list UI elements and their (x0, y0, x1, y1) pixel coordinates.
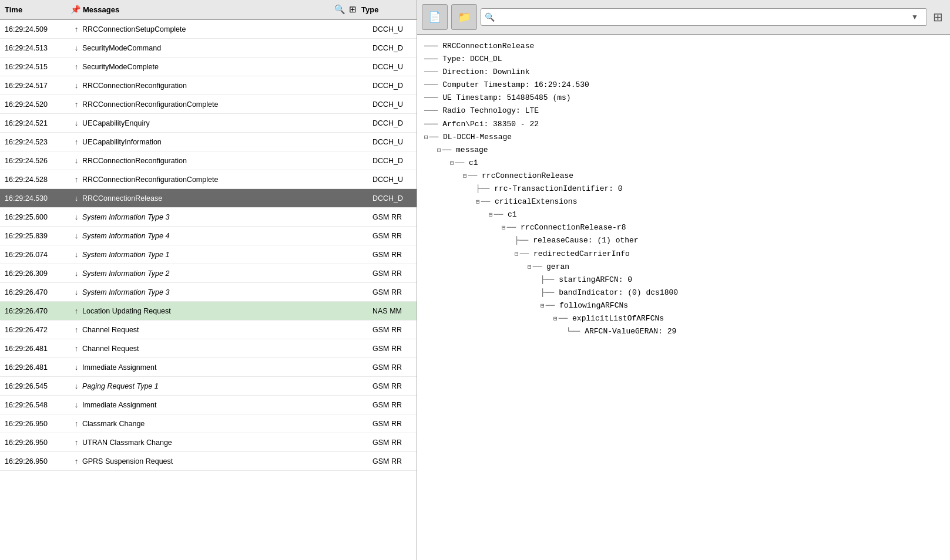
table-row[interactable]: 16:29:26.481Immediate AssignmentGSM RR (0, 358, 417, 377)
tree-collapse-icon[interactable]: ⊟ (424, 134, 428, 141)
row-type: GSM RR (372, 345, 417, 353)
tree-node-text: rrc-TransactionIdentifier: 0 (494, 184, 622, 193)
tree-node[interactable]: ─── Type: DCCH_DL (424, 53, 943, 66)
tree-collapse-icon[interactable]: ⊟ (541, 302, 545, 309)
row-message: Channel Request (82, 345, 372, 353)
row-time: 16:29:26.548 (0, 401, 71, 409)
row-direction-icon (71, 344, 82, 353)
tree-collapse-icon[interactable]: ⊟ (450, 160, 454, 167)
tree-node[interactable]: ├── releaseCause: (1) other (424, 234, 943, 247)
row-time: 16:29:25.839 (0, 232, 71, 240)
tree-collapse-icon[interactable]: ⊟ (489, 211, 493, 218)
table-row[interactable]: 16:29:26.470System Information Type 3GSM… (0, 283, 417, 302)
search-icon[interactable]: 🔍 (334, 4, 345, 15)
table-row[interactable]: 16:29:26.074System Information Type 1GSM… (0, 245, 417, 264)
row-type: DCCH_U (372, 176, 417, 184)
row-message: Location Updating Request (82, 307, 372, 315)
tree-node[interactable]: ⊟── criticalExtensions (424, 195, 943, 208)
doc-button[interactable]: 📄 (422, 4, 448, 30)
folder-icon: 📁 (458, 11, 471, 23)
row-direction-icon (71, 212, 82, 221)
tree-collapse-icon[interactable]: ⊟ (528, 264, 532, 271)
tree-node[interactable]: ─── Arfcn\Pci: 38350 - 22 (424, 118, 943, 131)
tree-node[interactable]: ─── Computer Timestamp: 16:29:24.530 (424, 79, 943, 92)
row-message: UTRAN Classmark Change (82, 438, 372, 447)
folder-button[interactable]: 📁 (451, 4, 477, 30)
tree-node[interactable]: ⊟── c1 (424, 208, 943, 221)
table-row[interactable]: 16:29:24.526RRCConnectionReconfiguration… (0, 151, 417, 170)
table-row[interactable]: 16:29:24.515SecurityModeCompleteDCCH_U (0, 58, 417, 76)
table-row[interactable]: 16:29:26.472Channel RequestGSM RR (0, 321, 417, 339)
table-row[interactable]: 16:29:26.481Channel RequestGSM RR (0, 339, 417, 358)
row-direction-icon (71, 119, 82, 127)
row-message: System Information Type 4 (82, 232, 372, 240)
tree-node[interactable]: ⊟── DL-DCCH-Message (424, 131, 943, 144)
tree-node[interactable]: ─── Radio Technology: LTE (424, 104, 943, 117)
dropdown-arrow-icon[interactable]: ▼ (911, 13, 923, 21)
table-row[interactable]: 16:29:26.470Location Updating RequestNAS… (0, 302, 417, 321)
table-row[interactable]: 16:29:24.517RRCConnectionReconfiguration… (0, 76, 417, 95)
tree-collapse-icon[interactable]: ⊟ (463, 173, 467, 180)
tree-node[interactable]: ⊟── message (424, 144, 943, 157)
table-row[interactable]: 16:29:26.950Classmark ChangeGSM RR (0, 414, 417, 433)
tree-collapse-icon[interactable]: ⊟ (502, 224, 506, 231)
tree-collapse-icon[interactable]: ⊟ (476, 198, 480, 205)
tree-node[interactable]: └── ARFCN-ValueGERAN: 29 (424, 325, 943, 338)
table-row[interactable]: 16:29:24.513SecurityModeCommandDCCH_D (0, 39, 417, 58)
table-row[interactable]: 16:29:24.528RRCConnectionReconfiguration… (0, 170, 417, 189)
tree-node[interactable]: ├── bandIndicator: (0) dcs1800 (424, 286, 943, 299)
row-type: GSM RR (372, 363, 417, 372)
tree-node[interactable]: ⊟── rrcConnectionRelease-r8 (424, 221, 943, 234)
row-time: 16:29:26.074 (0, 251, 71, 259)
tree-node-text: RRCConnectionRelease (442, 42, 534, 50)
tree-node[interactable]: ⊟── explicitListOfARFCNs (424, 312, 943, 325)
table-row[interactable]: 16:29:24.520RRCConnectionReconfiguration… (0, 95, 417, 114)
tree-node-text: rrcConnectionRelease-r8 (521, 223, 626, 232)
tree-node[interactable]: ─── UE Timestamp: 514885485 (ms) (424, 92, 943, 104)
tree-node[interactable]: ⊟── c1 (424, 157, 943, 170)
row-type: GSM RR (372, 251, 417, 259)
table-row[interactable]: 16:29:24.521UECapabilityEnquiryDCCH_D (0, 114, 417, 133)
tree-node-text: UE Timestamp: 514885485 (ms) (442, 93, 570, 102)
tree-collapse-icon[interactable]: ⊟ (437, 147, 441, 154)
row-direction-icon (71, 62, 82, 71)
search-bar[interactable]: 🔍 ▼ (481, 8, 927, 26)
table-row[interactable]: 16:29:24.530RRCConnectionReleaseDCCH_D (0, 189, 417, 208)
tree-node[interactable]: ─── Direction: Downlink (424, 66, 943, 79)
table-row[interactable]: 16:29:24.523UECapabilityInformationDCCH_… (0, 133, 417, 151)
table-row[interactable]: 16:29:25.839System Information Type 4GSM… (0, 227, 417, 245)
tree-node-text: rrcConnectionRelease (482, 171, 573, 180)
right-panel: 📄 📁 🔍 ▼ ⊞ ─── RRCConnectionRelease─── Ty… (417, 0, 950, 560)
tree-node[interactable]: ⊟── rrcConnectionRelease (424, 170, 943, 183)
tree-container[interactable]: ─── RRCConnectionRelease─── Type: DCCH_D… (417, 35, 950, 560)
row-time: 16:29:24.526 (0, 157, 71, 165)
row-type: GSM RR (372, 438, 417, 447)
grid-icon[interactable]: ⊞ (349, 4, 357, 15)
row-message: Classmark Change (82, 420, 372, 428)
row-time: 16:29:26.470 (0, 307, 71, 315)
table-row[interactable]: 16:29:26.950GPRS Suspension RequestGSM R… (0, 452, 417, 471)
col-header-time: Time (0, 5, 71, 14)
tree-collapse-icon[interactable]: ⊟ (515, 251, 519, 258)
tree-node[interactable]: ⊟── redirectedCarrierInfo (424, 248, 943, 261)
table-row[interactable]: 16:29:26.309System Information Type 2GSM… (0, 264, 417, 283)
row-type: DCCH_D (372, 157, 417, 165)
table-row[interactable]: 16:29:26.548Immediate AssignmentGSM RR (0, 396, 417, 414)
grid-view-icon[interactable]: ⊞ (931, 8, 945, 26)
tree-collapse-icon[interactable]: ⊟ (553, 315, 558, 322)
table-row[interactable]: 16:29:26.545Paging Request Type 1GSM RR (0, 377, 417, 396)
table-row[interactable]: 16:29:25.600System Information Type 3GSM… (0, 208, 417, 227)
search-input[interactable] (497, 13, 911, 22)
row-type: GSM RR (372, 401, 417, 409)
row-direction-icon (71, 43, 82, 52)
row-time: 16:29:26.470 (0, 288, 71, 296)
tree-node[interactable]: ├── rrc-TransactionIdentifier: 0 (424, 183, 943, 195)
table-row[interactable]: 16:29:26.950UTRAN Classmark ChangeGSM RR (0, 433, 417, 452)
table-row[interactable]: 16:29:24.509RRCConnectionSetupCompleteDC… (0, 20, 417, 39)
tree-node[interactable]: ├── startingARFCN: 0 (424, 274, 943, 286)
tree-node[interactable]: ⊟── geran (424, 261, 943, 274)
row-time: 16:29:26.545 (0, 382, 71, 390)
tree-node[interactable]: ─── RRCConnectionRelease (424, 40, 943, 53)
tree-node[interactable]: ⊟── followingARFCNs (424, 299, 943, 312)
row-type: GSM RR (372, 457, 417, 465)
